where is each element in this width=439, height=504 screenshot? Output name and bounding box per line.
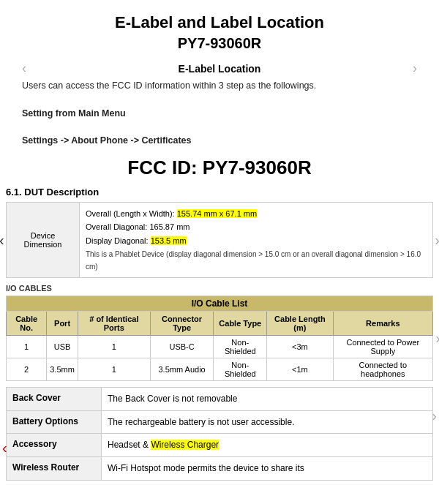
col-cable-type: Cable Type — [214, 311, 267, 335]
col-cable-length: Cable Length (m) — [267, 311, 333, 335]
cable-table-header-row: Cable No. Port # of Identical Ports Conn… — [7, 311, 433, 335]
dim-line1-highlight: 155.74 mm x 67.1 mm — [177, 209, 257, 218]
main-title: E-Label and Label Location — [0, 7, 439, 34]
battery-value: The rechargeable battery is not user acc… — [102, 411, 432, 434]
io-cables-label: I/O CABLES — [6, 284, 433, 293]
dim-line1-prefix: Overall (Length x Width): — [86, 209, 177, 218]
cable-cell-0-3: USB-C — [150, 335, 214, 358]
cable-cell-1-0: 2 — [7, 358, 47, 380]
device-dimension-label: Device Dimension — [7, 203, 80, 277]
elabel-step2: Settings -> About Phone -> Certificates — [22, 135, 192, 146]
elabel-body-text: Users can access the FCC ID information … — [22, 79, 417, 93]
accessory-label: Accessory — [7, 434, 102, 456]
col-cable-no: Cable No. — [7, 311, 47, 335]
cable-cell-0-0: 1 — [7, 335, 47, 358]
accessory-value: Headset & Wireless Charger — [102, 434, 432, 456]
dut-section: 6.1. DUT Description ‹ Device Dimension … — [0, 187, 439, 481]
elabel-section: ‹ E-Label Location › Users can access th… — [0, 61, 439, 148]
cable-cell-1-3: 3.5mm Audio — [150, 358, 214, 380]
cable-cell-1-2: 1 — [78, 358, 150, 380]
elabel-body: Users can access the FCC ID information … — [22, 79, 417, 148]
cable-cell-0-4: Non-Shielded — [214, 335, 267, 358]
cable-cell-0-1: USB — [47, 335, 78, 358]
dim-line2: Overall Diagonal: 165.87 mm — [86, 220, 427, 234]
col-identical-ports: # of Identical Ports — [78, 311, 150, 335]
info-row-back-cover: Back Cover The Back Cover is not removab… — [7, 388, 432, 411]
elabel-left-arrow[interactable]: ‹ — [22, 61, 26, 76]
info-row-accessory: Accessory Headset & Wireless Charger — [7, 434, 432, 457]
device-dimension-content: Overall (Length x Width): 155.74 mm x 67… — [80, 203, 432, 277]
wireless-router-label: Wireless Router — [7, 457, 102, 480]
col-port: Port — [47, 311, 78, 335]
dim-line4: This is a Phablet Device (display diagon… — [86, 248, 427, 273]
cable-table-wrapper: I/O Cable List Cable No. Port # of Ident… — [6, 296, 433, 381]
sub-title: PY7-93060R — [0, 35, 439, 52]
dim-nav-right-arrow[interactable]: › — [435, 231, 439, 248]
elabel-step1: Setting from Main Menu — [22, 108, 126, 119]
elabel-right-arrow[interactable]: › — [413, 61, 417, 76]
page-container: E-Label and Label Location PY7-93060R ‹ … — [0, 0, 439, 488]
cable-cell-0-5: <3m — [267, 335, 333, 358]
elabel-title: E-Label Location — [179, 63, 261, 75]
dut-title: 6.1. DUT Description — [6, 187, 433, 198]
battery-label: Battery Options — [7, 411, 102, 434]
back-cover-label: Back Cover — [7, 388, 102, 410]
cable-table-body: 1USB1USB-CNon-Shielded<3mConnected to Po… — [7, 335, 433, 380]
elabel-header: ‹ E-Label Location › — [22, 61, 417, 76]
cable-cell-1-5: <1m — [267, 358, 333, 380]
cable-table-nav-right[interactable]: › — [435, 330, 439, 347]
dim-line3-prefix: Display Diagonal: — [86, 236, 151, 245]
accessory-highlight: Wireless Charger — [151, 440, 219, 450]
fcc-id: FCC ID: PY7-93060R — [0, 157, 439, 179]
dim-line3-highlight: 153.5 mm — [151, 236, 187, 245]
cable-cell-1-4: Non-Shielded — [214, 358, 267, 380]
cable-cell-1-1: 3.5mm — [47, 358, 78, 380]
cable-table-row: 1USB1USB-CNon-Shielded<3mConnected to Po… — [7, 335, 433, 358]
back-cover-value: The Back Cover is not removable — [102, 388, 432, 410]
device-dimension-table: ‹ Device Dimension Overall (Length x Wid… — [6, 202, 433, 278]
info-rows-right-arrow[interactable]: › — [432, 407, 437, 424]
cable-table-title: I/O Cable List — [7, 296, 433, 311]
info-rows: ‹ › Back Cover The Back Cover is not rem… — [6, 387, 433, 481]
dim-nav-left-arrow[interactable]: ‹ — [0, 231, 4, 248]
dim-line1: Overall (Length x Width): 155.74 mm x 67… — [86, 207, 427, 221]
dim-line3: Display Diagonal: 153.5 mm — [86, 234, 427, 248]
cable-cell-0-2: 1 — [78, 335, 150, 358]
info-rows-left-arrow[interactable]: ‹ — [2, 440, 7, 456]
cable-table: I/O Cable List Cable No. Port # of Ident… — [6, 296, 433, 381]
cable-table-row: 23.5mm13.5mm AudioNon-Shielded<1mConnect… — [7, 358, 433, 380]
col-remarks: Remarks — [333, 311, 432, 335]
cable-cell-1-6: Connected to headphones — [333, 358, 432, 380]
col-connector-type: Connector Type — [150, 311, 214, 335]
info-row-battery: Battery Options The rechargeable battery… — [7, 411, 432, 435]
accessory-text-prefix: Headset & — [108, 440, 151, 450]
info-row-wireless-router: Wireless Router Wi-Fi Hotspot mode permi… — [7, 457, 432, 481]
cable-cell-0-6: Connected to Power Supply — [333, 335, 432, 358]
wireless-router-value: Wi-Fi Hotspot mode permits the device to… — [102, 457, 432, 480]
